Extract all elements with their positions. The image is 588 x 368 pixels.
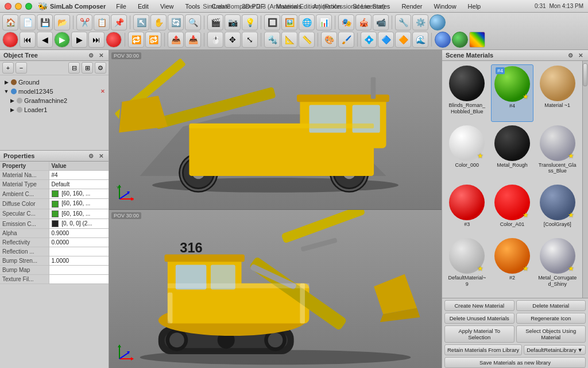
tb-snap1[interactable]: 🔩 [264, 32, 280, 48]
tb-home[interactable]: 🏠 [2, 14, 18, 30]
material-item-glass[interactable]: ★ Translucent_Glass_Blue [536, 124, 579, 182]
delete-material-button[interactable]: Delete Material [516, 300, 586, 311]
prop-value-reflectivity[interactable]: 0.0000 [49, 238, 109, 247]
tb-misc2[interactable]: ⚙️ [412, 14, 428, 30]
tb-render3[interactable]: 🌐 [299, 14, 315, 30]
apply-material-button[interactable]: Apply Material To Selection [444, 325, 514, 343]
minimize-button[interactable] [15, 3, 22, 10]
tb-light[interactable]: 💡 [242, 14, 258, 30]
close-button[interactable] [5, 3, 11, 10]
tb-fx1[interactable]: 💠 [361, 32, 377, 48]
tree-add-button[interactable]: + [2, 62, 14, 74]
tb-arrow[interactable]: ↖️ [133, 14, 149, 30]
scene-materials-close[interactable]: ✕ [577, 51, 585, 59]
tb-paste[interactable]: 📌 [111, 14, 127, 30]
tb-stepfwd[interactable]: ▶ [71, 32, 87, 48]
tree-expand-button[interactable]: ⊞ [82, 62, 93, 74]
material-item-mat1[interactable]: Material ~1 [536, 64, 579, 122]
object-tree-settings[interactable]: ⚙ [87, 51, 95, 59]
menu-file[interactable]: File [111, 2, 131, 11]
viewport-top[interactable]: POV 30:00 [109, 50, 442, 210]
prop-value-ambient[interactable]: [60, 160, ... [49, 189, 109, 199]
prop-value-bumpstrength[interactable]: 1.0000 [49, 256, 109, 266]
tb-loop[interactable]: 🔁 [128, 32, 144, 48]
tb-export[interactable]: 📥 [185, 32, 201, 48]
tb-globe[interactable] [435, 32, 451, 48]
menu-window[interactable]: Window [429, 2, 461, 11]
materials-scrollbar[interactable] [582, 61, 588, 298]
prop-value-diffuse[interactable]: [60, 160, ... [49, 199, 109, 209]
create-new-material-button[interactable]: Create New Material [444, 300, 514, 311]
tb-rotate[interactable]: 🔄 [168, 14, 184, 30]
retain-materials-button[interactable]: Retain Materials From Library [444, 344, 522, 355]
select-objects-button[interactable]: Select Objects Using Material [516, 325, 586, 343]
prop-value-emission[interactable]: [0, 0, 0] (2... [49, 219, 109, 229]
menu-tools[interactable]: Tools [181, 2, 205, 11]
maximize-button[interactable] [25, 3, 32, 10]
tb-render4[interactable]: 📊 [316, 14, 332, 30]
save-materials-button[interactable]: Save Materials as new library [444, 357, 586, 368]
tree-remove-button[interactable]: − [16, 62, 27, 74]
tb-snap3[interactable]: 📏 [299, 32, 315, 48]
materials-scroll-thumb[interactable] [583, 63, 587, 86]
material-item-colora01[interactable]: ★ Color_A01 [491, 183, 534, 235]
tb-open[interactable]: 📂 [54, 14, 70, 30]
material-item-blinds[interactable]: Blinds_Roman_Hobbled_Blue [446, 64, 489, 122]
tb-bounce[interactable]: 🔂 [145, 32, 161, 48]
tb-stepback[interactable]: ◀ [37, 32, 53, 48]
tb-fforward[interactable]: ⏭ [88, 32, 105, 48]
retain-library-dropdown[interactable]: DefaultRetainLibrary ▼ [524, 345, 586, 355]
prop-value-bumpmap[interactable] [49, 266, 109, 275]
scene-materials-settings[interactable]: ⚙ [566, 51, 574, 59]
tb-new[interactable]: 📄 [20, 14, 36, 30]
material-item-default9[interactable]: ★ DefaultMaterial~9 [446, 237, 489, 294]
tb-play[interactable]: ▶ [54, 32, 70, 48]
properties-settings[interactable]: ⚙ [87, 152, 95, 160]
tree-item-loader[interactable]: ▶ Loader1 [2, 105, 106, 114]
tb-anim2[interactable]: 🎪 [355, 14, 372, 30]
tb-record[interactable] [2, 32, 18, 48]
tb-fx3[interactable]: 🔶 [395, 32, 411, 48]
tb-scale[interactable]: ⤡ [242, 32, 258, 48]
prop-value-matname[interactable]: #4 [49, 171, 109, 180]
prop-value-mattype[interactable]: Default [49, 180, 109, 189]
tb-copy[interactable]: 📋 [94, 14, 110, 30]
tree-item-model[interactable]: ▼ model12345 ✕ [2, 87, 106, 96]
menu-help[interactable]: Help [463, 2, 486, 11]
material-item-metalrough[interactable]: Metal_Rough [491, 124, 534, 182]
tb-sphere[interactable] [430, 14, 446, 30]
tb-render1[interactable]: 🔲 [264, 14, 280, 30]
menu-edit[interactable]: Edit [133, 2, 153, 11]
tb-misc1[interactable]: 🔧 [395, 14, 411, 30]
tb-zoom[interactable]: 🔍 [185, 14, 201, 30]
properties-close[interactable]: ✕ [97, 152, 105, 160]
prop-value-texture[interactable] [49, 275, 109, 284]
tb-stop[interactable] [106, 32, 122, 48]
tree-item-ground[interactable]: ▶ Ground [2, 78, 106, 87]
prop-value-reflection[interactable] [49, 247, 109, 256]
material-item-color000[interactable]: ★ Color_000 [446, 124, 489, 182]
prop-value-specular[interactable]: [60, 160, ... [49, 209, 109, 218]
delete-unused-button[interactable]: Delete Unused Materials [444, 313, 514, 324]
tb-mat1[interactable]: 🎨 [321, 32, 337, 48]
tb-camera[interactable]: 📷 [225, 14, 241, 30]
tree-item-graaf[interactable]: ▶ Graafmachine2 [2, 96, 106, 105]
prop-value-alpha[interactable]: 0.9000 [49, 229, 109, 238]
tb-anim1[interactable]: 🎭 [338, 14, 354, 30]
tb-snap2[interactable]: 📐 [281, 32, 297, 48]
tree-filter-button[interactable]: ⚙ [95, 62, 106, 74]
object-tree-close[interactable]: ✕ [97, 51, 105, 59]
tb-render2[interactable]: 🖼️ [281, 14, 297, 30]
tb-mat2[interactable]: 🖌️ [338, 32, 354, 48]
tb-hand[interactable]: ✋ [150, 14, 167, 30]
tb-cut[interactable]: ✂️ [76, 14, 92, 30]
regenerate-icon-button[interactable]: Regenerate Icon [516, 313, 586, 324]
viewport-bottom[interactable]: POV 30:00 [109, 210, 442, 368]
tb-sphere2[interactable] [469, 32, 485, 48]
material-item-3[interactable]: #3 [446, 183, 489, 235]
material-item-coolgray[interactable]: ★ [CoolGray6] [536, 183, 579, 235]
tb-fx2[interactable]: 🔷 [378, 32, 394, 48]
tb-save[interactable]: 💾 [37, 14, 53, 30]
tb-cursor[interactable]: 🖱️ [207, 32, 223, 48]
tb-import[interactable]: 📤 [168, 32, 184, 48]
